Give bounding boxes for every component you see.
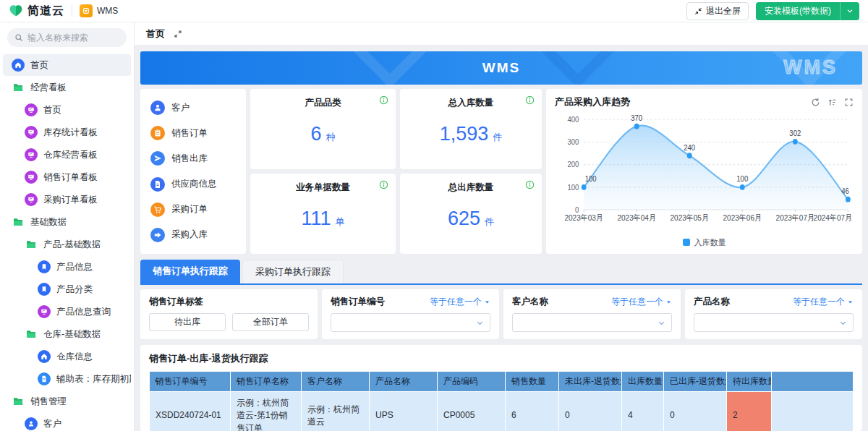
tracking-tab-1[interactable]: 采购订单执行跟踪 (242, 260, 344, 283)
quick-link-1[interactable]: 销售订单 (150, 126, 236, 140)
quick-link-2[interactable]: 销售出库 (150, 151, 236, 166)
sidebar-item-label: 首页 (30, 59, 48, 72)
svg-text:240: 240 (684, 143, 695, 152)
sidebar-item-6[interactable]: 采购订单看板 (3, 189, 131, 210)
filter-card-0: 销售订单标签待出库全部订单 (140, 289, 318, 339)
info-icon[interactable] (525, 95, 535, 105)
stat-title: 总出库数量 (448, 182, 494, 194)
tab-home[interactable]: 首页 (146, 27, 165, 40)
operator-label: 等于任意一个 (430, 296, 482, 308)
stat-column-b: 总入库数量1,593件总出库数量625件 (400, 89, 542, 254)
arrow-in-icon (150, 228, 165, 242)
filter-select[interactable] (512, 313, 672, 332)
sidebar-item-16[interactable]: 客户 (3, 413, 131, 431)
divider (72, 5, 72, 17)
dashboard-content: WMS WMS 客户销售订单销售出库供应商信息采购订单采购入库 产品品类6种业务… (135, 46, 868, 431)
folder-icon (12, 216, 25, 229)
sidebar-item-8[interactable]: 产品-基础数据 (3, 234, 131, 255)
sidebar-item-15[interactable]: 销售管理 (3, 391, 131, 412)
svg-text:2024年07月: 2024年07月 (814, 213, 852, 223)
sidebar-item-label: 辅助表：库存期初期末... (56, 373, 131, 385)
brand-logo[interactable]: 简道云 (9, 4, 64, 19)
sidebar-item-0[interactable]: 首页 (3, 54, 131, 76)
sidebar-item-2[interactable]: 首页 (3, 99, 131, 121)
sidebar-item-label: 仓库信息 (56, 351, 93, 363)
info-icon[interactable] (379, 95, 388, 105)
filter-select[interactable] (331, 313, 490, 332)
doc-icon (150, 177, 165, 192)
table-cell: 0 (559, 392, 622, 431)
sidebar-item-14[interactable]: 辅助表：库存期初期末... (3, 368, 131, 390)
sidebar-item-11[interactable]: 产品信息查询 (3, 301, 131, 323)
quick-link-3[interactable]: 供应商信息 (150, 177, 236, 192)
stat-unit: 单 (336, 216, 345, 229)
folder-icon (12, 395, 25, 408)
svg-text:200: 200 (568, 161, 579, 169)
quick-link-label: 客户 (171, 102, 190, 114)
filter-button-0-0[interactable]: 待出库 (149, 313, 226, 331)
quick-link-0[interactable]: 客户 (150, 101, 236, 115)
sidebar-item-label: 销售管理 (30, 396, 67, 408)
sidebar-item-10[interactable]: 产品分类 (3, 278, 131, 300)
person-icon (150, 101, 165, 115)
folder-icon (25, 328, 38, 341)
filter-operator[interactable]: 等于任意一个 (793, 296, 854, 308)
home-icon (12, 59, 25, 72)
svg-text:370: 370 (631, 114, 642, 122)
sidebar-item-label: 客户 (43, 418, 61, 430)
svg-text:100: 100 (585, 175, 597, 184)
exit-fullscreen-button[interactable]: 退出全屏 (686, 2, 749, 20)
sidebar-item-12[interactable]: 仓库-基础数据 (3, 323, 131, 345)
quick-link-5[interactable]: 采购入库 (150, 228, 236, 242)
filter-button-0-1[interactable]: 全部订单 (232, 313, 309, 331)
sidebar-item-7[interactable]: 基础数据 (3, 211, 131, 233)
app-chip[interactable]: WMS (80, 4, 118, 17)
sidebar-item-label: 基础数据 (30, 216, 67, 229)
info-icon[interactable] (525, 180, 535, 189)
refresh-icon[interactable] (811, 98, 820, 107)
svg-text:400: 400 (568, 116, 579, 124)
stat-card-3: 总出库数量625件 (400, 174, 542, 254)
sidebar-item-3[interactable]: 库存统计看板 (3, 121, 131, 143)
sidebar-item-9[interactable]: 产品信息 (3, 256, 131, 278)
sort-filter-icon[interactable] (827, 98, 837, 107)
operator-label: 等于任意一个 (611, 296, 663, 308)
chart-legend[interactable]: 入库数量 (555, 235, 854, 249)
filter-operator[interactable]: 等于任意一个 (611, 296, 672, 308)
table-cell: UPS (370, 392, 438, 431)
sidebar-item-label: 采购订单看板 (43, 194, 98, 206)
table-cell: XSDD240724-01 (150, 392, 231, 431)
stat-unit: 件 (493, 131, 502, 144)
sidebar-item-5[interactable]: 销售订单看板 (3, 166, 131, 188)
stat-card-2: 总入库数量1,593件 (400, 89, 542, 169)
filter-operator[interactable]: 等于任意一个 (430, 296, 490, 308)
stat-value: 6 (310, 123, 321, 145)
fullscreen-icon[interactable] (844, 98, 854, 107)
operator-label: 等于任意一个 (793, 296, 845, 308)
sidebar-item-1[interactable]: 经营看板 (3, 77, 131, 98)
quick-link-label: 采购入库 (171, 229, 208, 241)
stat-column-a: 产品品类6种业务单据数量111单 (250, 89, 396, 254)
stat-unit: 种 (326, 131, 336, 144)
sidebar-search[interactable] (7, 28, 127, 47)
dashboard-icon (25, 103, 38, 116)
svg-text:46: 46 (841, 187, 849, 195)
install-template-button[interactable]: 安装模板(带数据) (756, 2, 859, 20)
tracking-tab-0[interactable]: 销售订单执行跟踪 (140, 260, 240, 283)
stat-card-1: 业务单据数量111单 (250, 174, 396, 254)
table-cell: CP0005 (438, 392, 506, 431)
sidebar-item-4[interactable]: 仓库经营看板 (3, 144, 131, 166)
jiandaoyun-logo-icon (9, 4, 23, 18)
expand-page-icon[interactable] (174, 30, 182, 38)
chevron-down-icon (658, 319, 665, 327)
filters-row: 销售订单标签待出库全部订单销售订单编号等于任意一个客户名称等于任意一个产品名称等… (140, 289, 862, 339)
sidebar-menu: 首页经营看板首页库存统计看板仓库经营看板销售订单看板采购订单看板基础数据产品-基… (0, 54, 134, 431)
install-dropdown-toggle[interactable] (840, 2, 859, 20)
filter-select[interactable] (694, 313, 854, 332)
info-icon[interactable] (379, 180, 388, 189)
quick-link-4[interactable]: 采购订单 (150, 202, 236, 217)
table-header-cell: 待出库数量 (727, 372, 772, 392)
search-input[interactable] (27, 33, 114, 43)
chevron-down-icon (476, 319, 484, 327)
sidebar-item-13[interactable]: 仓库信息 (3, 346, 131, 367)
